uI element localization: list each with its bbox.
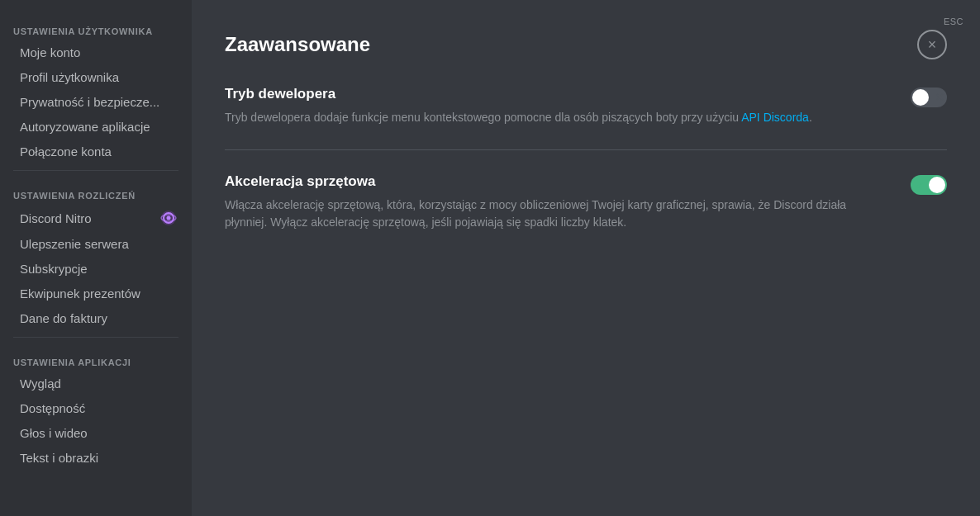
sidebar-item-prywatnosc[interactable]: Prywatność i bezpiecze... — [7, 90, 185, 114]
settings-content-tryb-dewelopera: Tryb deweloperaTryb dewelopera dodaje fu… — [225, 86, 878, 126]
esc-label: ESC — [944, 17, 963, 26]
sidebar-item-polaczone-konta[interactable]: Połączone konta — [7, 140, 185, 163]
sidebar-item-dane-do-faktury[interactable]: Dane do faktury — [7, 306, 185, 330]
toggle-on-icon: ✓ — [916, 179, 925, 192]
sidebar-item-label: Głos i wideo — [20, 426, 177, 440]
sidebar-item-label: Ekwipunek prezentów — [20, 286, 177, 301]
close-button-container: × ESC — [944, 13, 963, 26]
page-title: Zaawansowane — [225, 33, 947, 56]
sidebar-item-label: Subskrypcje — [20, 262, 177, 276]
settings-content-akceleracja-sprzętowa: Akceleracja sprzętowaWłącza akcelerację … — [225, 173, 878, 231]
sidebar-item-glos-i-wideo[interactable]: Głos i wideo — [7, 421, 185, 445]
settings-container: Tryb deweloperaTryb dewelopera dodaje fu… — [225, 79, 947, 238]
sidebar-item-autoryzowane-aplikacje[interactable]: Autoryzowane aplikacje — [7, 115, 185, 139]
sidebar-item-dostepnosc[interactable]: Dostępność — [7, 396, 185, 420]
section-divider-0 — [225, 149, 947, 150]
sidebar-divider-0 — [13, 170, 178, 171]
sidebar: USTAWIENIA UŻYTKOWNIKAMoje kontoProfil u… — [0, 0, 192, 516]
settings-title-akceleracja-sprzętowa: Akceleracja sprzętowa — [225, 173, 878, 190]
close-icon: × — [928, 36, 937, 54]
sidebar-item-label: Ulepszenie serwera — [20, 237, 177, 251]
settings-row-tryb-dewelopera: Tryb deweloperaTryb dewelopera dodaje fu… — [225, 79, 947, 133]
toggle-knob — [929, 177, 945, 193]
toggle-akceleracja-sprzętowa[interactable]: ✓ — [911, 175, 947, 195]
sidebar-item-ekwipunek-prezentow[interactable]: Ekwipunek prezentów — [7, 282, 185, 305]
sidebar-item-subskrypcje[interactable]: Subskrypcje — [7, 257, 185, 281]
close-button[interactable]: × — [917, 30, 947, 59]
sidebar-item-ulepszenie-serwera[interactable]: Ulepszenie serwera — [7, 232, 185, 256]
settings-desc-tryb-dewelopera: Tryb dewelopera dodaje funkcje menu kont… — [225, 109, 878, 126]
sidebar-item-tekst-i-obrazki[interactable]: Tekst i obrazki — [7, 446, 185, 470]
sidebar-item-label: Profil użytkownika — [20, 70, 177, 84]
svg-point-2 — [167, 216, 171, 220]
sidebar-section-label-2: USTAWIENIA APLIKACJI — [0, 344, 192, 371]
nitro-badge-icon — [160, 210, 177, 226]
toggle-knob — [912, 89, 929, 106]
settings-row-akceleracja-sprzętowa: Akceleracja sprzętowaWłącza akcelerację … — [225, 167, 947, 238]
sidebar-divider-1 — [13, 337, 178, 338]
sidebar-item-label: Dostępność — [20, 401, 177, 415]
sidebar-section-label-1: USTAWIENIA ROZLICZEŃ — [0, 178, 192, 204]
sidebar-item-discord-nitro[interactable]: Discord Nitro — [7, 205, 185, 231]
settings-link-tryb-dewelopera[interactable]: API Discorda — [741, 111, 809, 124]
sidebar-item-label: Połączone konta — [20, 144, 177, 159]
sidebar-item-wyglad[interactable]: Wygląd — [7, 372, 185, 395]
sidebar-item-label: Tekst i obrazki — [20, 451, 177, 465]
toggle-off-icon: ✕ — [935, 92, 944, 102]
sidebar-item-label: Moje konto — [20, 45, 177, 59]
sidebar-item-label: Wygląd — [20, 376, 177, 391]
settings-desc-akceleracja-sprzętowa: Włącza akcelerację sprzętową, która, kor… — [225, 196, 878, 231]
toggle-tryb-dewelopera[interactable]: ✕ — [911, 88, 947, 107]
sidebar-item-label: Dane do faktury — [20, 311, 177, 325]
sidebar-item-label: Autoryzowane aplikacje — [20, 120, 177, 134]
sidebar-item-profil-uzytkownika[interactable]: Profil użytkownika — [7, 65, 185, 89]
sidebar-item-label: Prywatność i bezpiecze... — [20, 95, 177, 109]
sidebar-item-moje-konto[interactable]: Moje konto — [7, 40, 185, 64]
main-content: Zaawansowane × ESC Tryb deweloperaTryb d… — [192, 0, 980, 516]
sidebar-section-label-0: USTAWIENIA UŻYTKOWNIKA — [0, 13, 192, 40]
settings-title-tryb-dewelopera: Tryb dewelopera — [225, 86, 878, 102]
sidebar-item-label: Discord Nitro — [20, 211, 155, 225]
